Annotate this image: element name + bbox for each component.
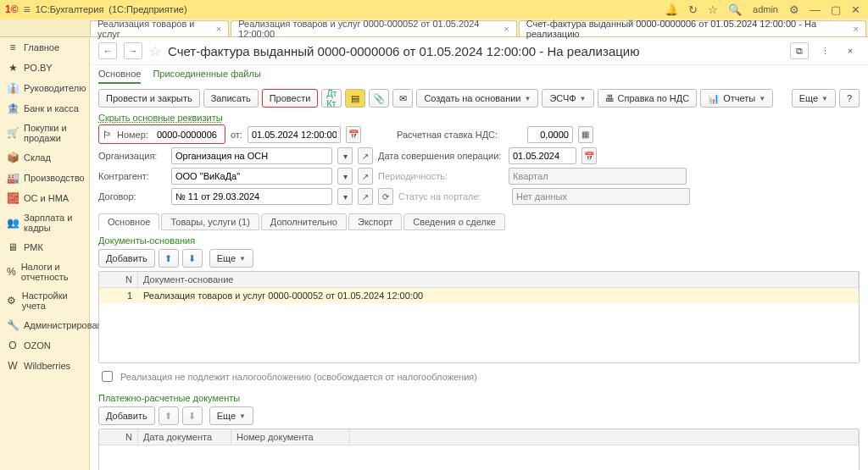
maximize-icon[interactable]: ▢ — [831, 3, 841, 16]
open-icon[interactable]: ↗ — [358, 188, 373, 205]
inner-tab-3[interactable]: Экспорт — [348, 213, 402, 230]
history-icon[interactable]: ↻ — [688, 3, 698, 16]
inner-tab-1[interactable]: Товары, услуги (1) — [161, 213, 259, 230]
toolbar: Провести и закрыть Записать Провести ДтК… — [90, 84, 868, 113]
sidebar-icon: ★ — [7, 62, 19, 74]
nav-back-button[interactable]: ← — [98, 42, 117, 59]
envelope-icon[interactable]: ✉ — [392, 89, 413, 108]
post-button[interactable]: Провести — [262, 89, 319, 108]
sidebar-item-8[interactable]: 👥Зарплата и кадры — [0, 208, 89, 237]
inner-tab-2[interactable]: Дополнительно — [261, 213, 347, 230]
contr-input[interactable] — [171, 168, 332, 185]
write-button[interactable]: Записать — [203, 89, 259, 108]
refresh-icon[interactable]: ⟳ — [378, 188, 393, 205]
eschf-button[interactable]: ЭСЧФ▼ — [542, 89, 593, 108]
subtab-files[interactable]: Присоединенные файлы — [153, 69, 260, 84]
yellow-action-icon[interactable]: ▤ — [345, 89, 365, 108]
tab-2-active[interactable]: Счет-фактура выданный 0000-0000006 от 01… — [519, 20, 866, 36]
attach-icon[interactable]: 📎 — [369, 89, 389, 108]
post-and-close-button[interactable]: Провести и закрыть — [98, 89, 200, 108]
sidebar-item-6[interactable]: 🏭Производство — [0, 168, 89, 188]
add-button[interactable]: Добавить — [98, 249, 155, 268]
sidebar-item-10[interactable]: %Налоги и отчетность — [0, 257, 89, 286]
sidebar-item-2[interactable]: 👔Руководителю — [0, 78, 89, 98]
tab-close-icon[interactable]: × — [504, 24, 509, 34]
sidebar-item-5[interactable]: 📦Склад — [0, 147, 89, 168]
opdate-label: Дата совершения операции: — [378, 151, 504, 161]
sidebar-icon: 🖥 — [7, 241, 19, 253]
tab-1[interactable]: Реализация товаров и услуг 0000-000052 о… — [231, 20, 517, 36]
move-up-icon[interactable]: ⬆ — [159, 406, 179, 425]
dropdown-icon[interactable]: ▾ — [337, 147, 353, 164]
sidebar-item-14[interactable]: WWildberries — [0, 356, 89, 376]
opdate-input[interactable] — [509, 147, 576, 164]
hide-requisites-link[interactable]: Скрыть основные реквизиты — [90, 113, 868, 123]
close-form-icon[interactable]: × — [841, 42, 860, 59]
settings-icon[interactable]: ⚙ — [789, 3, 799, 16]
stepper-icon[interactable]: ▦ — [578, 126, 593, 143]
inner-tab-0[interactable]: Основное — [98, 213, 159, 230]
number-input[interactable] — [153, 126, 221, 143]
favorite-icon[interactable]: ☆ — [149, 43, 161, 59]
dropdown-icon[interactable]: ▾ — [337, 168, 353, 185]
dtkt-icon[interactable]: ДтКт — [321, 89, 342, 108]
col-date: Дата документа — [138, 429, 231, 445]
open-icon[interactable]: ↗ — [358, 147, 373, 164]
minimize-icon[interactable]: — — [810, 3, 821, 16]
calendar-icon[interactable]: 📅 — [581, 147, 597, 164]
sidebar-icon: 📦 — [7, 152, 19, 163]
move-up-icon[interactable]: ⬆ — [159, 249, 179, 268]
sidebar-item-9[interactable]: 🖥РМК — [0, 237, 89, 257]
tab-0[interactable]: Реализация товаров и услуг× — [90, 20, 229, 36]
move-down-icon[interactable]: ⬇ — [182, 249, 203, 268]
more-icon[interactable]: ⋮ — [815, 42, 834, 59]
user-name[interactable]: admin — [753, 4, 778, 14]
docs-grid[interactable]: NДокумент-основание 1Реализация товаров … — [98, 271, 860, 363]
open-icon[interactable]: ↗ — [358, 168, 373, 185]
sidebar-item-4[interactable]: 🛒Покупки и продажи — [0, 119, 89, 147]
contract-input[interactable] — [171, 188, 332, 205]
nav-forward-button[interactable]: → — [124, 42, 142, 59]
calendar-icon[interactable]: 📅 — [346, 126, 361, 143]
more-button[interactable]: Еще▼ — [209, 406, 253, 425]
create-based-button[interactable]: Создать на основании▼ — [416, 89, 538, 108]
sidebar-item-11[interactable]: ⚙Настройки учета — [0, 286, 89, 315]
rate-input[interactable] — [527, 126, 573, 143]
close-icon[interactable]: ✕ — [851, 3, 860, 16]
sidebar-item-12[interactable]: 🔧Администрирование — [0, 315, 89, 335]
more-button[interactable]: Еще▼ — [792, 89, 836, 108]
search-icon[interactable]: 🔍 — [728, 3, 742, 16]
flag-icon[interactable]: 🏳 — [103, 130, 112, 140]
star-icon[interactable]: ☆ — [708, 3, 718, 16]
dropdown-icon[interactable]: ▾ — [337, 188, 353, 205]
move-down-icon[interactable]: ⬇ — [182, 406, 203, 425]
inner-tab-4[interactable]: Сведения о сделке — [403, 213, 505, 230]
sidebar-item-0[interactable]: ≡Главное — [0, 37, 89, 58]
table-row[interactable]: 1Реализация товаров и услуг 0000-000052 … — [99, 288, 859, 303]
open-external-icon[interactable]: ⧉ — [790, 42, 809, 59]
tab-close-icon[interactable]: × — [216, 24, 221, 34]
date-input[interactable] — [248, 126, 341, 143]
sidebar-label: Производство — [24, 173, 85, 183]
more-button[interactable]: Еще▼ — [209, 249, 253, 268]
sidebar-item-1[interactable]: ★PO.BY — [0, 58, 89, 78]
sidebar-item-3[interactable]: 🏦Банк и касса — [0, 98, 89, 119]
sidebar-label: Зарплата и кадры — [24, 213, 82, 233]
org-input[interactable] — [171, 147, 332, 164]
section-docs-title: Документы-основания — [90, 230, 868, 247]
no-tax-checkbox[interactable] — [102, 371, 113, 382]
subtab-main[interactable]: Основное — [98, 69, 141, 84]
reports-button[interactable]: 📊 Отчеты▼ — [700, 89, 773, 108]
menu-icon[interactable]: ≡ — [24, 3, 31, 16]
sidebar-label: Банк и касса — [24, 103, 79, 113]
sidebar-item-7[interactable]: 🧱ОС и НМА — [0, 188, 89, 208]
bell-icon[interactable]: 🔔 — [665, 3, 678, 16]
pay-grid[interactable]: NДата документаНомер документа — [98, 429, 860, 470]
contr-label: Контрагент: — [98, 171, 166, 181]
sidebar-item-13[interactable]: OOZON — [0, 335, 89, 356]
add-button[interactable]: Добавить — [98, 406, 155, 425]
vat-help-button[interactable]: 🖶 Справка по НДС — [598, 89, 698, 108]
help-icon[interactable]: ? — [839, 89, 860, 108]
tab-close-icon[interactable]: × — [854, 24, 859, 34]
no-tax-label: Реализация не подлежит налогообложению (… — [120, 372, 477, 382]
